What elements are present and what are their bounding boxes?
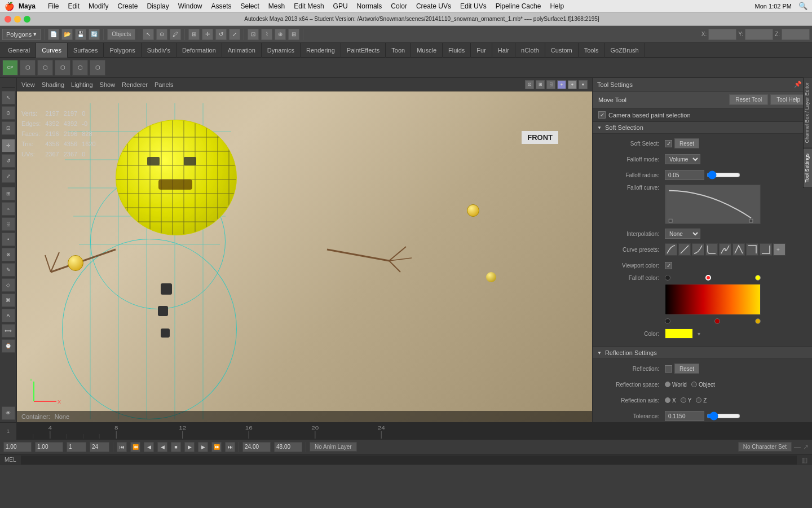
tab-rendering[interactable]: Rendering (301, 43, 341, 58)
viewport-color-checkbox[interactable] (665, 262, 672, 269)
preset-btn-7[interactable] (746, 243, 758, 256)
scale-tool-btn[interactable]: ⤢ (2, 169, 15, 183)
viewport-canvas[interactable]: X Y Verts: 2197 2197 0 Edges: 4392 (17, 91, 592, 422)
mode-dropdown[interactable]: Polygons ▾ (2, 29, 41, 40)
menu-color[interactable]: Color (391, 2, 407, 10)
select-tool-btn[interactable]: ↖ (2, 91, 15, 104)
channel-box-tab[interactable]: Channel Box / Layer Editor (804, 78, 812, 148)
fps-input[interactable] (242, 442, 271, 452)
lattice-btn[interactable]: ⌹ (2, 217, 15, 231)
preset-btn-2[interactable] (678, 243, 691, 256)
play-back-btn[interactable]: ◀ (157, 442, 167, 452)
y-coord[interactable] (745, 29, 773, 40)
transform-icon[interactable]: ⊞ (188, 29, 200, 40)
tool-icon-1[interactable]: 📄 (48, 29, 59, 40)
show-menu[interactable]: Show (100, 81, 116, 88)
max-fps-input[interactable] (274, 442, 302, 452)
tab-hair[interactable]: Hair (492, 43, 515, 58)
shelf-btn-5[interactable]: ⬡ (90, 60, 105, 76)
cv-btn[interactable]: • (2, 233, 15, 246)
menu-file[interactable]: File (48, 2, 59, 10)
menu-edit-mesh[interactable]: Edit Mesh (294, 2, 324, 10)
stop-btn[interactable]: ■ (171, 442, 181, 452)
app-name[interactable]: Maya (19, 2, 36, 10)
z-axis-radio[interactable]: Z (696, 397, 707, 404)
tab-custom[interactable]: Custom (545, 43, 579, 58)
menu-modify[interactable]: Modify (89, 2, 108, 10)
vp-icon-4[interactable]: ● (557, 80, 566, 89)
soft-select-checkbox[interactable] (665, 140, 672, 147)
object-radio[interactable]: Object (691, 382, 715, 388)
close-window-btn[interactable] (5, 16, 11, 23)
menu-gpu[interactable]: GPU (333, 2, 348, 10)
tab-gozbrush[interactable]: GoZBrush (604, 43, 645, 58)
search-icon[interactable]: 🔍 (798, 2, 807, 10)
soft-selection-header[interactable]: ▼ Soft Selection (593, 122, 812, 134)
lighting-menu[interactable]: Lighting (71, 81, 93, 88)
tab-ncloth[interactable]: nCloth (515, 43, 545, 58)
preset-btn-9[interactable]: + (773, 243, 785, 256)
falloff-color-bar[interactable] (665, 284, 761, 315)
frame-num-input[interactable] (67, 442, 86, 452)
panels-menu[interactable]: Panels (155, 81, 174, 88)
snap-to-grid[interactable]: ⊡ (248, 29, 259, 40)
joint-btn[interactable]: ◇ (2, 278, 15, 292)
view-menu[interactable]: View (21, 81, 35, 88)
interpolation-select[interactable]: None Linear Smooth (665, 229, 700, 239)
tab-fur[interactable]: Fur (471, 43, 492, 58)
maximize-window-btn[interactable] (24, 16, 30, 23)
tab-deformation[interactable]: Deformation (176, 43, 222, 58)
gradient-bot-3[interactable] (755, 318, 761, 324)
viewport[interactable]: View Shading Lighting Show Renderer Pane… (17, 78, 592, 422)
gradient-stop-1[interactable] (665, 275, 670, 281)
menu-display[interactable]: Display (147, 2, 169, 10)
soft-mod-btn[interactable]: ⌁ (2, 202, 15, 216)
tab-subdivs[interactable]: Subdiv's (142, 43, 176, 58)
soft-select-reset-btn[interactable]: Reset (674, 138, 699, 148)
preset-btn-8[interactable] (760, 243, 772, 256)
play-fwd-btn[interactable]: ▶ (184, 442, 195, 452)
end-frame-input[interactable] (90, 442, 109, 452)
reflection-reset-btn[interactable]: Reset (674, 364, 699, 374)
select-tool[interactable]: ↖ (143, 29, 154, 40)
tool-icon-3[interactable]: 💾 (75, 29, 86, 40)
x-axis-radio[interactable]: X (665, 397, 676, 404)
next-frame-btn[interactable]: ⏩ (211, 442, 222, 452)
sculpt-btn[interactable]: ✎ (2, 263, 15, 277)
current-time-input[interactable] (3, 442, 32, 452)
mel-input[interactable] (21, 456, 797, 465)
y-axis-radio[interactable]: Y (681, 397, 692, 404)
falloff-curve-box[interactable] (665, 185, 761, 224)
gradient-bot-1[interactable] (665, 318, 670, 324)
lasso-tool[interactable]: ⊙ (156, 29, 167, 40)
menu-select[interactable]: Select (241, 2, 259, 10)
rotate-tool-btn[interactable]: ↺ (2, 154, 15, 168)
goto-start-btn[interactable]: ⏮ (117, 442, 127, 452)
rotate-icon[interactable]: ↺ (215, 29, 227, 40)
tool-icon-4[interactable]: 🔄 (89, 29, 100, 40)
vp-icon-1[interactable]: ⊡ (525, 80, 534, 89)
preset-btn-1[interactable] (665, 243, 677, 256)
goto-end-btn[interactable]: ⏭ (225, 442, 235, 452)
tab-tools[interactable]: Tools (579, 43, 605, 58)
paint-tool[interactable]: 🖊 (170, 29, 181, 40)
menu-create-uvs[interactable]: Create UVs (416, 2, 451, 10)
char-set-icon[interactable]: — (794, 443, 801, 451)
status-grid-icon[interactable]: ▥ (801, 456, 807, 464)
paint-select-btn[interactable]: ⊡ (2, 121, 15, 135)
x-coord[interactable] (708, 29, 736, 40)
z-coord[interactable] (782, 29, 810, 40)
shelf-cp[interactable]: CP (2, 60, 18, 76)
vp-icon-2[interactable]: ⊞ (536, 80, 545, 89)
move-icon[interactable]: ✛ (202, 29, 213, 40)
reflection-settings-header[interactable]: ▼ Reflection Settings (593, 347, 812, 359)
cluster-btn[interactable]: ⊗ (2, 248, 15, 261)
tab-curves[interactable]: Curves (36, 43, 68, 58)
char-set-arrow[interactable]: ↗ (803, 443, 809, 451)
tolerance-input[interactable] (665, 411, 704, 421)
snap-to-view[interactable]: ⊞ (288, 29, 299, 40)
snap-to-curve[interactable]: ⌇ (261, 29, 272, 40)
next-key-btn[interactable]: ▶ (198, 442, 208, 452)
vp-icon-6[interactable]: ● (579, 80, 588, 89)
shelf-btn-3[interactable]: ⬡ (55, 60, 70, 76)
